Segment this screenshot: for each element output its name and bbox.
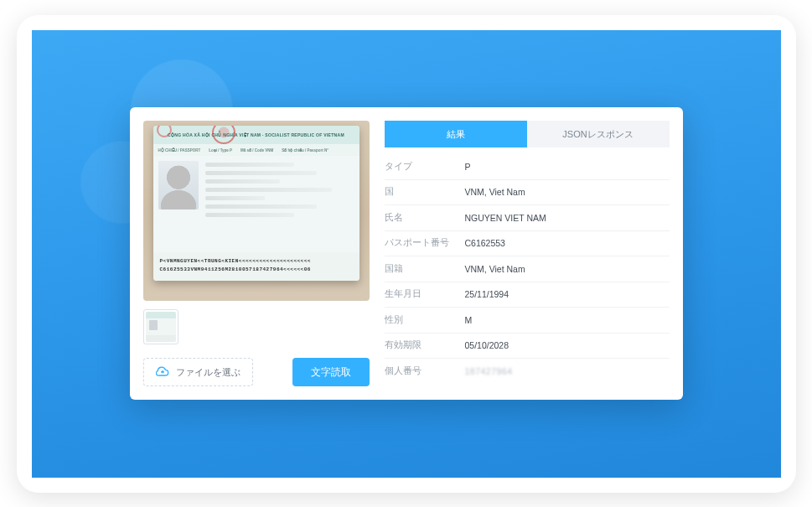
passport-doc-label: HỘ CHIẾU / PASSPORT	[158, 148, 201, 153]
field-label: 氏名	[385, 212, 465, 224]
passport-header-text: CỘNG HÒA XÃ HỘI CHỦ NGHĨA VIỆT NAM · SOC…	[168, 132, 344, 137]
left-column: CỘNG HÒA XÃ HỘI CHỦ NGHĨA VIỆT NAM · SOC…	[143, 121, 370, 386]
passport-field-lines	[205, 161, 354, 217]
cloud-upload-icon	[156, 365, 169, 379]
result-row: パスポート番号C6162553	[385, 231, 670, 257]
ocr-button[interactable]: 文字読取	[292, 358, 370, 386]
ocr-card: CỘNG HÒA XÃ HỘI CHỦ NGHĨA VIỆT NAM · SOC…	[130, 107, 683, 400]
field-label: タイプ	[385, 161, 465, 173]
tabs: 結果 JSONレスポンス	[385, 121, 670, 147]
field-label: 国籍	[385, 263, 465, 275]
field-label: 生年月日	[385, 288, 465, 300]
tab-result[interactable]: 結果	[385, 121, 527, 147]
choose-file-label: ファイルを選ぶ	[176, 366, 240, 379]
result-row: 性別M	[385, 308, 670, 334]
choose-file-button[interactable]: ファイルを選ぶ	[143, 358, 253, 386]
field-value: 25/11/1994	[465, 289, 670, 299]
passport-mock: CỘNG HÒA XÃ HỘI CHỦ NGHĨA VIỆT NAM · SOC…	[153, 126, 359, 281]
result-row: 個人番号187427964	[385, 359, 670, 385]
field-value: M	[465, 315, 670, 325]
passport-code-label: Mã số / Code VNM	[240, 148, 273, 153]
action-row: ファイルを選ぶ 文字読取	[143, 344, 370, 386]
app-screen: CỘNG HÒA XÃ HỘI CHỦ NGHĨA VIỆT NAM · SOC…	[32, 30, 781, 478]
tab-json-label: JSONレスポンス	[562, 128, 633, 141]
field-value: VNM, Viet Nam	[465, 187, 670, 197]
result-row: 有効期限05/10/2028	[385, 334, 670, 360]
result-row: 生年月日25/11/1994	[385, 282, 670, 308]
result-row: タイプP	[385, 154, 670, 180]
mrz-line-2: C61625533VNM9411256M2810057187427964<<<<…	[160, 266, 353, 274]
result-table: タイプP国VNM, Viet Nam氏名NGUYEN VIET NAMパスポート…	[385, 154, 670, 385]
field-value: 187427964	[465, 366, 670, 376]
passport-type-label: Loại / Type P	[209, 148, 232, 153]
mrz-line-1: P<VNMNGUYEN<<TRUNG<KIEN<<<<<<<<<<<<<<<<<…	[160, 257, 353, 266]
passport-subheader: HỘ CHIẾU / PASSPORT Loại / Type P Mã số …	[153, 144, 359, 156]
tab-json[interactable]: JSONレスポンス	[527, 121, 670, 147]
field-label: 国	[385, 186, 465, 198]
result-row: 国VNM, Viet Nam	[385, 180, 670, 206]
thumbnail-image	[146, 312, 176, 342]
red-seal-icon	[212, 126, 235, 144]
field-value: NGUYEN VIET NAM	[465, 213, 670, 223]
field-label: パスポート番号	[385, 237, 465, 249]
passport-num-label: Số hộ chiếu / Passport N°	[282, 148, 328, 153]
field-value: VNM, Viet Nam	[465, 264, 670, 274]
passport-photo	[158, 161, 199, 210]
result-row: 国籍VNM, Viet Nam	[385, 256, 670, 282]
field-label: 有効期限	[385, 339, 465, 351]
field-value: P	[465, 162, 670, 172]
device-frame: CỘNG HÒA XÃ HỘI CHỦ NGHĨA VIỆT NAM · SOC…	[17, 15, 796, 493]
document-preview[interactable]: CỘNG HÒA XÃ HỘI CHỦ NGHĨA VIỆT NAM · SOC…	[143, 121, 370, 301]
field-value: 05/10/2028	[465, 340, 670, 350]
passport-header: CỘNG HÒA XÃ HỘI CHỦ NGHĨA VIỆT NAM · SOC…	[153, 126, 359, 144]
right-column: 結果 JSONレスポンス タイプP国VNM, Viet Nam氏名NGUYEN …	[385, 121, 670, 386]
field-label: 個人番号	[385, 365, 465, 377]
result-row: 氏名NGUYEN VIET NAM	[385, 205, 670, 231]
field-label: 性別	[385, 314, 465, 326]
ocr-button-label: 文字読取	[311, 366, 351, 378]
thumbnail[interactable]	[143, 309, 178, 344]
field-value: C6162553	[465, 238, 670, 248]
passport-body	[153, 156, 359, 217]
tab-result-label: 結果	[447, 128, 465, 141]
passport-mrz: P<VNMNGUYEN<<TRUNG<KIEN<<<<<<<<<<<<<<<<<…	[153, 252, 359, 281]
